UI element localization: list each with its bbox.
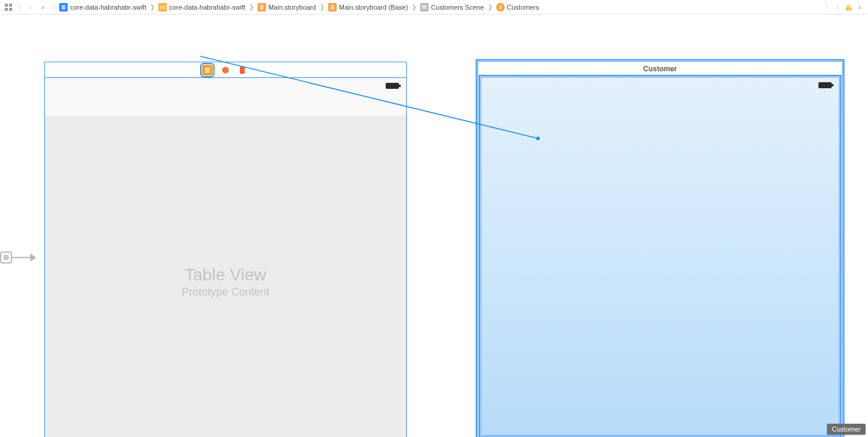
svg-rect-9 <box>331 5 334 10</box>
chevron-right-icon: ❯ <box>149 4 156 10</box>
chevron-right-icon: ❯ <box>410 4 418 10</box>
arrow-shaft <box>12 257 30 258</box>
view[interactable] <box>481 77 840 436</box>
breadcrumb-item[interactable]: Customers Scene ❯ <box>419 3 494 11</box>
table-view-placeholder[interactable]: Table View Prototype Content <box>45 115 406 437</box>
breadcrumb-item[interactable]: Customers <box>495 3 540 11</box>
jump-bar: ‹ › core-data-habrahabr-swift ❯ core-dat… <box>0 0 868 15</box>
entry-point-icon <box>0 251 12 264</box>
svg-rect-11 <box>422 5 427 7</box>
drag-tooltip: Customer <box>827 424 866 435</box>
chevron-right-icon: ❯ <box>487 4 494 10</box>
tableview-title: Table View <box>185 265 267 285</box>
svg-rect-16 <box>205 68 210 69</box>
svg-rect-7 <box>62 8 65 8</box>
issue-next-button[interactable]: › <box>855 2 864 12</box>
first-responder-dock-icon[interactable] <box>220 65 231 76</box>
viewcontroller-dock-icon[interactable] <box>202 65 213 76</box>
scene-customer[interactable]: Customer <box>478 61 843 437</box>
initial-viewcontroller-arrow[interactable] <box>0 251 36 264</box>
svg-rect-18 <box>205 71 210 73</box>
svg-rect-0 <box>5 4 8 7</box>
warning-icon[interactable] <box>845 4 852 10</box>
breadcrumb-label: Main.storyboard (Base) <box>339 4 408 11</box>
svg-rect-13 <box>499 7 502 7</box>
breadcrumb-label: Customers Scene <box>431 4 484 11</box>
storyboard-canvas[interactable]: Table View Prototype Content Customer Cu… <box>0 15 868 437</box>
tableview-subtitle: Prototype Content <box>181 286 269 299</box>
project-icon <box>59 3 68 11</box>
breadcrumb-label: Main.storyboard <box>268 4 316 11</box>
nav-back-button[interactable]: ‹ <box>26 2 36 12</box>
scene-icon <box>420 3 429 11</box>
chevron-right-icon: ❯ <box>248 4 255 10</box>
breadcrumb-item[interactable]: Main.storyboard ❯ <box>256 3 327 11</box>
breadcrumb-label: Customers <box>507 4 539 11</box>
breadcrumb-label: core-data-habrahabr-swift <box>70 4 146 11</box>
breadcrumb-item[interactable]: core-data-habrahabr-swift ❯ <box>58 3 157 11</box>
viewcontroller-icon <box>496 3 505 11</box>
separator <box>826 3 827 11</box>
svg-rect-1 <box>9 4 12 7</box>
svg-rect-5 <box>62 5 65 6</box>
scene-title: Customer <box>478 65 842 73</box>
svg-rect-2 <box>5 8 8 11</box>
issue-prev-button[interactable]: ‹ <box>833 2 843 12</box>
svg-rect-3 <box>9 8 12 11</box>
folder-icon <box>158 3 167 11</box>
device-statusbar <box>45 78 406 115</box>
svg-rect-14 <box>499 8 502 8</box>
separator <box>19 3 20 11</box>
separator <box>54 3 54 11</box>
breadcrumb-item[interactable]: Main.storyboard (Base) ❯ <box>327 3 419 11</box>
breadcrumb-label: core-data-habrahabr-swift <box>169 4 245 11</box>
scene-dock: Customer <box>478 62 842 77</box>
battery-icon <box>818 82 832 88</box>
svg-rect-12 <box>499 5 502 6</box>
exit-dock-icon[interactable] <box>238 65 249 76</box>
svg-rect-8 <box>260 5 264 10</box>
chevron-right-icon: ❯ <box>319 4 326 10</box>
breadcrumb-item[interactable]: core-data-habrahabr-swift ❯ <box>157 3 256 11</box>
storyboard-icon <box>328 3 337 11</box>
nav-forward-button[interactable]: › <box>38 2 48 12</box>
scene-dock <box>45 62 406 78</box>
battery-icon <box>386 83 399 89</box>
arrow-head-icon <box>30 253 36 262</box>
breadcrumb: core-data-habrahabr-swift ❯ core-data-ha… <box>58 3 823 11</box>
scene-customers[interactable]: Table View Prototype Content <box>44 62 407 437</box>
related-items-icon[interactable] <box>4 2 13 12</box>
storyboard-icon <box>257 3 266 11</box>
svg-rect-17 <box>205 70 210 71</box>
svg-rect-6 <box>62 7 65 7</box>
